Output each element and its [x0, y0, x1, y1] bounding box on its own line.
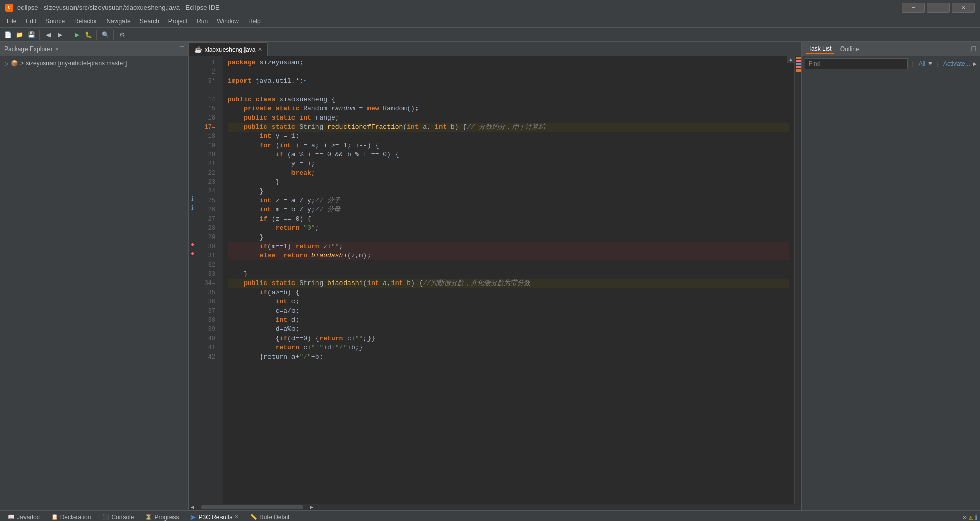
gutter-line-34 [189, 277, 197, 286]
code-line-40: {if(d==0) {return c+"";}} [228, 334, 789, 343]
code-line-22: break; [228, 169, 789, 178]
menu-file[interactable]: File [3, 17, 20, 26]
code-line-16: public static int range; [228, 113, 789, 123]
tab-close-btn[interactable]: ✕ [258, 46, 262, 53]
bottom-tab-rule-detail[interactable]: 📏 Rule Detail [245, 512, 295, 522]
gutter-line-17 [189, 121, 197, 130]
task-list-tab[interactable]: Task List [806, 44, 834, 54]
package-explorer-tab-close[interactable]: ✕ [55, 45, 59, 52]
tree-root[interactable]: ▷ 📦 > sizeyusuan [my-nihotel-plans maste… [3, 59, 186, 68]
right-panel-controls: _ □ [965, 45, 976, 53]
dropdown-arrow-icon[interactable]: ▼ [928, 60, 932, 67]
code-line-21: y = i; [228, 159, 789, 169]
right-panel-maximize[interactable]: □ [972, 45, 976, 53]
menu-navigate[interactable]: Navigate [102, 17, 134, 26]
h-scroll-thumb[interactable] [201, 505, 303, 509]
h-scroll-left[interactable]: ◀ [189, 504, 196, 510]
toolbar-search[interactable]: 🔍 [100, 30, 110, 40]
activate-button[interactable]: Activate... [942, 59, 971, 68]
close-button[interactable]: ✕ [952, 3, 975, 13]
code-line-26: int m = b / y;// 分母 [228, 205, 789, 215]
activate-arrow-icon[interactable]: ▶ [973, 60, 977, 68]
right-panel-minimize[interactable]: _ [965, 45, 969, 53]
editor-tab-xiaoxuesheng[interactable]: ☕ xiaoxuesheng.java ✕ [189, 42, 268, 56]
gutter-line-22 [189, 167, 197, 176]
bottom-tab-declaration[interactable]: 📋 Declaration [46, 512, 96, 522]
toolbar-run[interactable]: ▶ [71, 30, 82, 40]
task-list-header: Task List Outline _ □ [802, 42, 980, 56]
toolbar-settings[interactable]: ⚙ [117, 30, 127, 40]
toolbar-fwd[interactable]: ▶ [55, 30, 65, 40]
toolbar-debug[interactable]: 🐛 [83, 30, 93, 40]
gutter-line-25: ℹ [189, 194, 197, 203]
right-panel-toolbar: | All ▼ | Activate... ▶ [802, 56, 980, 72]
toolbar-new[interactable]: 📄 [3, 30, 13, 40]
line-num-31: 31 [197, 251, 218, 260]
bottom-tab-p3c[interactable]: ➤ P3C Results ✕ [185, 512, 244, 522]
outline-tab[interactable]: Outline [838, 44, 862, 54]
code-line-35: if(a>=b) { [228, 288, 789, 297]
gutter-line-27 [189, 212, 197, 222]
line-num-15: 15 [197, 104, 218, 113]
menu-search[interactable]: Search [136, 17, 163, 26]
code-editor[interactable]: ℹ ℹ ● ● 1 2 [189, 56, 801, 504]
code-line-15: private static Random random = new Rando… [228, 104, 789, 113]
h-scroll-right[interactable]: ▶ [308, 504, 315, 510]
bottom-clear-icon[interactable]: ⊗ [962, 513, 966, 521]
menu-edit[interactable]: Edit [21, 17, 40, 26]
code-line-31: else return biaodashi(z,m); [228, 251, 789, 260]
toolbar-save[interactable]: 💾 [26, 30, 36, 40]
code-content[interactable]: package sizeyusuan; import java.util.*;▪… [223, 56, 794, 504]
line-num-19: 19 [197, 141, 218, 150]
bottom-tab-console[interactable]: ⬛ Console [97, 512, 139, 522]
minimize-button[interactable]: − [902, 3, 925, 13]
bottom-panel-controls: ⊗ ⚠ ℹ [962, 513, 977, 521]
line-num-40: 40 [197, 334, 218, 343]
menu-refactor[interactable]: Refactor [70, 17, 101, 26]
p3c-tab-close[interactable]: ✕ [234, 514, 239, 520]
javadoc-icon: 📖 [8, 514, 15, 520]
panel-maximize[interactable]: □ [180, 45, 184, 53]
javadoc-label: Javadoc [17, 514, 40, 521]
gutter-line-14 [189, 93, 197, 102]
bottom-tab-progress[interactable]: ⏳ Progress [140, 512, 184, 522]
toolbar-back[interactable]: ◀ [43, 30, 53, 40]
ruler-mark-info-1 [796, 63, 801, 65]
menu-project[interactable]: Project [164, 17, 191, 26]
gutter-line-36 [189, 295, 197, 304]
h-scrollbar[interactable]: ◀ ▶ [189, 504, 801, 510]
scroll-up-btn[interactable]: ▲ [787, 56, 794, 63]
project-label: > sizeyusuan [my-nihotel-plans master] [20, 60, 127, 67]
bottom-tab-javadoc[interactable]: 📖 Javadoc [3, 512, 45, 522]
right-panel-content [802, 72, 980, 510]
code-line-33: } [228, 270, 789, 279]
line-num-1: 1 [197, 58, 218, 67]
p3c-label: P3C Results [198, 514, 232, 521]
menu-window[interactable]: Window [213, 17, 243, 26]
panel-minimize[interactable]: _ [174, 45, 178, 53]
line-num-2: 2 [197, 67, 218, 77]
code-line-28: return "0"; [228, 224, 789, 233]
bottom-panel: 📖 Javadoc 📋 Declaration ⬛ Console ⏳ Prog… [0, 510, 980, 521]
gutter-line-2 [189, 65, 197, 75]
error-icon-31: ● [191, 250, 194, 257]
toolbar-open[interactable]: 📁 [14, 30, 24, 40]
menu-source[interactable]: Source [41, 17, 69, 26]
code-line-19: for (int i = a; i >= 1; i--) { [228, 141, 789, 150]
tab-filename: xiaoxuesheng.java [205, 46, 255, 53]
package-icon: 📦 [11, 60, 18, 67]
menu-run[interactable]: Run [192, 17, 212, 26]
line-num-38: 38 [197, 316, 218, 325]
maximize-button[interactable]: □ [927, 3, 950, 13]
code-line-2 [228, 67, 789, 77]
gutter-line-23 [189, 176, 197, 185]
line-num-30: 30 [197, 242, 218, 251]
editor-area: ☕ xiaoxuesheng.java ✕ [189, 42, 801, 510]
line-num-28: 28 [197, 224, 218, 233]
menu-help[interactable]: Help [244, 17, 265, 26]
error-icon-30: ● [191, 241, 194, 248]
gutter-line-38 [189, 314, 197, 323]
all-button[interactable]: All [918, 59, 926, 68]
java-file-icon: ☕ [194, 46, 202, 53]
find-input[interactable] [805, 58, 908, 69]
